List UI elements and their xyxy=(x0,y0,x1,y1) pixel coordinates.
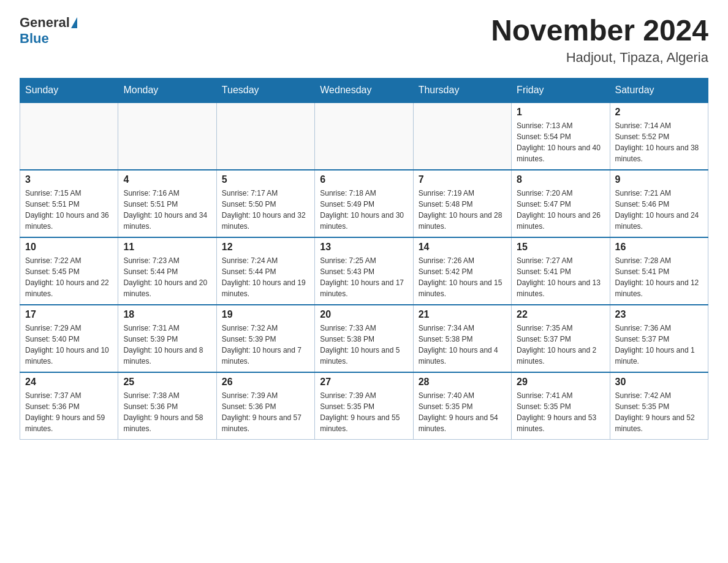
day-number: 27 xyxy=(320,377,408,388)
calendar-cell: 16Sunrise: 7:28 AMSunset: 5:41 PMDayligh… xyxy=(610,237,708,305)
day-info: Sunrise: 7:13 AMSunset: 5:54 PMDaylight:… xyxy=(517,120,604,164)
calendar-cell: 8Sunrise: 7:20 AMSunset: 5:47 PMDaylight… xyxy=(512,170,610,237)
day-number: 21 xyxy=(419,309,506,320)
day-info: Sunrise: 7:26 AMSunset: 5:42 PMDaylight:… xyxy=(419,255,506,299)
calendar-cell: 28Sunrise: 7:40 AMSunset: 5:35 PMDayligh… xyxy=(413,372,511,440)
calendar-cell: 5Sunrise: 7:17 AMSunset: 5:50 PMDaylight… xyxy=(216,170,314,237)
day-number: 1 xyxy=(517,107,604,118)
day-info: Sunrise: 7:33 AMSunset: 5:38 PMDaylight:… xyxy=(320,323,408,367)
calendar-cell xyxy=(216,102,314,170)
month-title: November 2024 xyxy=(491,15,708,47)
day-info: Sunrise: 7:25 AMSunset: 5:43 PMDaylight:… xyxy=(320,255,408,299)
day-info: Sunrise: 7:29 AMSunset: 5:40 PMDaylight:… xyxy=(25,323,113,367)
day-number: 14 xyxy=(419,242,506,253)
day-info: Sunrise: 7:31 AMSunset: 5:39 PMDaylight:… xyxy=(123,323,211,367)
day-number: 23 xyxy=(615,309,703,320)
day-info: Sunrise: 7:16 AMSunset: 5:51 PMDaylight:… xyxy=(123,188,211,232)
day-info: Sunrise: 7:35 AMSunset: 5:37 PMDaylight:… xyxy=(517,323,604,367)
day-number: 13 xyxy=(320,242,408,253)
day-number: 22 xyxy=(517,309,604,320)
calendar-header-wednesday: Wednesday xyxy=(315,78,413,102)
day-number: 29 xyxy=(517,377,604,388)
day-info: Sunrise: 7:15 AMSunset: 5:51 PMDaylight:… xyxy=(25,188,113,232)
calendar-header-row: SundayMondayTuesdayWednesdayThursdayFrid… xyxy=(20,78,708,102)
day-number: 4 xyxy=(123,174,211,185)
calendar-week-row: 1Sunrise: 7:13 AMSunset: 5:54 PMDaylight… xyxy=(20,102,708,170)
day-number: 12 xyxy=(222,242,309,253)
day-number: 25 xyxy=(123,377,211,388)
day-info: Sunrise: 7:19 AMSunset: 5:48 PMDaylight:… xyxy=(419,188,506,232)
header: General Blue November 2024 Hadjout, Tipa… xyxy=(20,15,708,66)
calendar-cell: 12Sunrise: 7:24 AMSunset: 5:44 PMDayligh… xyxy=(216,237,314,305)
day-number: 8 xyxy=(517,174,604,185)
day-info: Sunrise: 7:27 AMSunset: 5:41 PMDaylight:… xyxy=(517,255,604,299)
day-number: 17 xyxy=(25,309,113,320)
calendar-cell: 21Sunrise: 7:34 AMSunset: 5:38 PMDayligh… xyxy=(413,305,511,372)
day-number: 3 xyxy=(25,174,113,185)
day-number: 19 xyxy=(222,309,309,320)
day-info: Sunrise: 7:22 AMSunset: 5:45 PMDaylight:… xyxy=(25,255,113,299)
day-info: Sunrise: 7:18 AMSunset: 5:49 PMDaylight:… xyxy=(320,188,408,232)
day-info: Sunrise: 7:14 AMSunset: 5:52 PMDaylight:… xyxy=(615,120,703,164)
day-info: Sunrise: 7:17 AMSunset: 5:50 PMDaylight:… xyxy=(222,188,309,232)
calendar-cell: 10Sunrise: 7:22 AMSunset: 5:45 PMDayligh… xyxy=(20,237,118,305)
calendar-cell: 18Sunrise: 7:31 AMSunset: 5:39 PMDayligh… xyxy=(118,305,216,372)
day-number: 5 xyxy=(222,174,309,185)
calendar-header-friday: Friday xyxy=(512,78,610,102)
calendar-cell xyxy=(118,102,216,170)
day-number: 26 xyxy=(222,377,309,388)
calendar-cell: 13Sunrise: 7:25 AMSunset: 5:43 PMDayligh… xyxy=(315,237,413,305)
calendar-cell: 26Sunrise: 7:39 AMSunset: 5:36 PMDayligh… xyxy=(216,372,314,440)
logo-general-text: General xyxy=(20,15,70,31)
logo: General Blue xyxy=(20,15,78,47)
calendar-cell: 9Sunrise: 7:21 AMSunset: 5:46 PMDaylight… xyxy=(610,170,708,237)
day-number: 2 xyxy=(615,107,703,118)
calendar-header-monday: Monday xyxy=(118,78,216,102)
calendar-cell: 7Sunrise: 7:19 AMSunset: 5:48 PMDaylight… xyxy=(413,170,511,237)
calendar-table: SundayMondayTuesdayWednesdayThursdayFrid… xyxy=(20,78,708,440)
calendar-header-thursday: Thursday xyxy=(413,78,511,102)
title-area: November 2024 Hadjout, Tipaza, Algeria xyxy=(491,15,708,66)
calendar-cell: 19Sunrise: 7:32 AMSunset: 5:39 PMDayligh… xyxy=(216,305,314,372)
calendar-cell: 27Sunrise: 7:39 AMSunset: 5:35 PMDayligh… xyxy=(315,372,413,440)
calendar-cell: 25Sunrise: 7:38 AMSunset: 5:36 PMDayligh… xyxy=(118,372,216,440)
day-info: Sunrise: 7:38 AMSunset: 5:36 PMDaylight:… xyxy=(123,390,211,434)
logo-triangle-icon xyxy=(71,17,77,28)
day-info: Sunrise: 7:34 AMSunset: 5:38 PMDaylight:… xyxy=(419,323,506,367)
day-info: Sunrise: 7:23 AMSunset: 5:44 PMDaylight:… xyxy=(123,255,211,299)
calendar-cell: 15Sunrise: 7:27 AMSunset: 5:41 PMDayligh… xyxy=(512,237,610,305)
day-info: Sunrise: 7:39 AMSunset: 5:35 PMDaylight:… xyxy=(320,390,408,434)
calendar-week-row: 3Sunrise: 7:15 AMSunset: 5:51 PMDaylight… xyxy=(20,170,708,237)
calendar-header-sunday: Sunday xyxy=(20,78,118,102)
calendar-cell: 2Sunrise: 7:14 AMSunset: 5:52 PMDaylight… xyxy=(610,102,708,170)
calendar-cell: 20Sunrise: 7:33 AMSunset: 5:38 PMDayligh… xyxy=(315,305,413,372)
day-info: Sunrise: 7:37 AMSunset: 5:36 PMDaylight:… xyxy=(25,390,113,434)
location-subtitle: Hadjout, Tipaza, Algeria xyxy=(491,50,708,66)
day-info: Sunrise: 7:20 AMSunset: 5:47 PMDaylight:… xyxy=(517,188,604,232)
calendar-cell: 30Sunrise: 7:42 AMSunset: 5:35 PMDayligh… xyxy=(610,372,708,440)
day-number: 18 xyxy=(123,309,211,320)
calendar-header-tuesday: Tuesday xyxy=(216,78,314,102)
calendar-cell xyxy=(315,102,413,170)
logo-blue-text: Blue xyxy=(20,31,49,47)
day-info: Sunrise: 7:24 AMSunset: 5:44 PMDaylight:… xyxy=(222,255,309,299)
day-number: 9 xyxy=(615,174,703,185)
day-number: 6 xyxy=(320,174,408,185)
day-number: 11 xyxy=(123,242,211,253)
day-info: Sunrise: 7:28 AMSunset: 5:41 PMDaylight:… xyxy=(615,255,703,299)
day-info: Sunrise: 7:40 AMSunset: 5:35 PMDaylight:… xyxy=(419,390,506,434)
calendar-cell: 17Sunrise: 7:29 AMSunset: 5:40 PMDayligh… xyxy=(20,305,118,372)
calendar-cell: 11Sunrise: 7:23 AMSunset: 5:44 PMDayligh… xyxy=(118,237,216,305)
calendar-week-row: 24Sunrise: 7:37 AMSunset: 5:36 PMDayligh… xyxy=(20,372,708,440)
day-info: Sunrise: 7:41 AMSunset: 5:35 PMDaylight:… xyxy=(517,390,604,434)
day-number: 30 xyxy=(615,377,703,388)
day-info: Sunrise: 7:39 AMSunset: 5:36 PMDaylight:… xyxy=(222,390,309,434)
calendar-cell: 22Sunrise: 7:35 AMSunset: 5:37 PMDayligh… xyxy=(512,305,610,372)
calendar-header-saturday: Saturday xyxy=(610,78,708,102)
day-info: Sunrise: 7:32 AMSunset: 5:39 PMDaylight:… xyxy=(222,323,309,367)
calendar-cell: 24Sunrise: 7:37 AMSunset: 5:36 PMDayligh… xyxy=(20,372,118,440)
day-number: 7 xyxy=(419,174,506,185)
day-number: 20 xyxy=(320,309,408,320)
day-number: 24 xyxy=(25,377,113,388)
calendar-cell: 6Sunrise: 7:18 AMSunset: 5:49 PMDaylight… xyxy=(315,170,413,237)
